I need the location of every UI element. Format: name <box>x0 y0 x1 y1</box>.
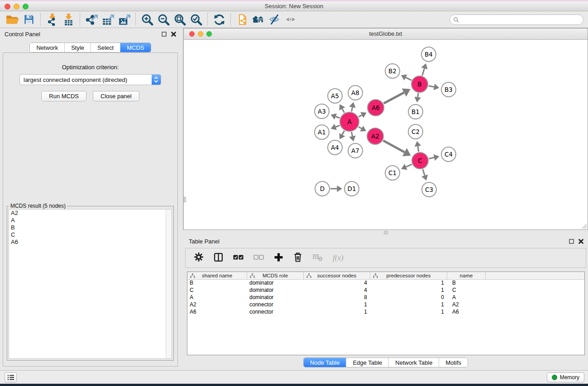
clear-checks-button[interactable] <box>253 254 264 262</box>
show-panels-button[interactable] <box>5 372 17 382</box>
graph-node-A8[interactable]: A8 <box>348 86 363 100</box>
graph-node-A3[interactable]: A3 <box>315 104 329 119</box>
first-neighbors-button[interactable] <box>250 12 267 27</box>
select-all-checks-button[interactable] <box>233 254 244 262</box>
table-row[interactable]: Adominator80A <box>187 294 584 301</box>
graph-node-C[interactable]: C <box>412 152 428 169</box>
svg-text:A5: A5 <box>331 92 339 100</box>
graph-node-A2[interactable]: A2 <box>367 128 383 144</box>
export-image-icon <box>118 14 130 26</box>
graph-node-B2[interactable]: B2 <box>385 64 400 78</box>
split-grip[interactable] <box>184 197 186 202</box>
column-header-MCDS-role[interactable]: MCDS role <box>247 272 304 279</box>
mcds-result-item[interactable]: A2 <box>9 210 172 217</box>
tab-network[interactable]: Network <box>30 43 65 52</box>
close-panel-icon[interactable] <box>171 32 176 37</box>
graph-node-A[interactable]: A <box>340 112 359 131</box>
function-builder: f(x) <box>333 253 344 262</box>
open-file-button[interactable] <box>5 12 21 27</box>
resize-grip-icon[interactable] <box>581 223 587 229</box>
column-browser-button[interactable] <box>214 253 223 264</box>
table-row[interactable]: A2connector11A2 <box>187 301 584 309</box>
table-tab-node-table[interactable]: Node Table <box>304 358 347 367</box>
export-image-button[interactable] <box>116 12 132 27</box>
cell-shared-name: C <box>187 287 247 294</box>
table-row[interactable]: Cdominator41C <box>187 287 584 294</box>
close-table-panel-icon[interactable] <box>578 239 583 244</box>
zoom-in-button[interactable] <box>139 12 155 27</box>
hide-selection-button[interactable] <box>267 12 283 27</box>
memory-label: Memory <box>560 374 579 381</box>
node-table[interactable]: shared nameMCDS rolesuccessor nodesprede… <box>187 272 585 355</box>
divider-grip[interactable] <box>384 231 388 234</box>
graph-node-B4[interactable]: B4 <box>421 47 436 62</box>
close-panel-button[interactable]: Close panel <box>93 91 139 101</box>
mcds-result-item[interactable]: A <box>9 217 172 224</box>
graph-node-A6[interactable]: A6 <box>368 100 384 116</box>
new-network-from-selection-button[interactable] <box>234 12 250 27</box>
tab-mcds[interactable]: MCDS <box>120 43 150 52</box>
column-header-successor-nodes[interactable]: successor nodes <box>304 272 370 279</box>
import-table-button[interactable] <box>60 12 76 27</box>
export-network-button[interactable] <box>83 12 100 27</box>
network-window-titlebar[interactable]: testGlobe.txt <box>184 29 588 40</box>
graph-node-B[interactable]: B <box>411 76 428 92</box>
mcds-result-item[interactable]: C <box>9 231 172 238</box>
export-table-icon <box>102 14 114 26</box>
svg-text:A2: A2 <box>371 133 379 140</box>
result-scrollbar[interactable] <box>166 210 172 358</box>
search-input[interactable] <box>461 17 574 23</box>
run-mcds-button[interactable]: Run MCDS <box>41 91 86 101</box>
mcds-result-item[interactable]: A6 <box>9 238 172 246</box>
column-header-shared-name[interactable]: shared name <box>187 272 247 279</box>
refresh-button[interactable] <box>211 12 227 27</box>
float-table-panel-icon[interactable] <box>569 239 574 244</box>
graph-node-A7[interactable]: A7 <box>348 143 363 158</box>
table-row[interactable]: A6connector11A6 <box>187 309 584 316</box>
delete-entry-button[interactable] <box>293 252 302 264</box>
mcds-result-list[interactable]: A2ABCA6 <box>9 209 172 359</box>
cell-MCDS-role: connector <box>247 301 304 309</box>
graph-node-C2[interactable]: C2 <box>408 124 423 139</box>
float-panel-icon[interactable] <box>162 32 167 37</box>
zoom-selected-button[interactable] <box>188 12 204 27</box>
import-network-button[interactable] <box>44 12 60 27</box>
show-all-button[interactable] <box>283 12 299 27</box>
export-table-button[interactable] <box>100 12 116 27</box>
save-session-button[interactable] <box>21 12 37 27</box>
table-settings-button[interactable] <box>194 252 204 264</box>
zoom-out-button[interactable] <box>155 12 172 27</box>
graph-node-C4[interactable]: C4 <box>441 147 456 162</box>
svg-text:B: B <box>417 81 421 88</box>
memory-button[interactable]: Memory <box>547 372 584 382</box>
tab-style[interactable]: Style <box>65 43 91 52</box>
graph-node-A1[interactable]: A1 <box>315 125 329 139</box>
graph-node-B3[interactable]: B3 <box>441 82 456 97</box>
graph-node-D1[interactable]: D1 <box>344 181 359 196</box>
table-tab-network-table[interactable]: Network Table <box>389 358 439 367</box>
zoom-fit-button[interactable] <box>172 12 188 27</box>
table-tab-motifs[interactable]: Motifs <box>439 358 468 367</box>
horizontal-split-divider[interactable] <box>183 230 588 235</box>
graph-node-D[interactable]: D <box>315 181 330 196</box>
add-entry-button[interactable] <box>274 253 283 264</box>
table-tab-edge-table[interactable]: Edge Table <box>346 358 389 367</box>
svg-text:A: A <box>347 118 352 125</box>
svg-text:C3: C3 <box>425 186 433 193</box>
criterion-dropdown[interactable]: largest connected component (directed) <box>19 74 161 85</box>
mcds-result-title: MCDS result (5 nodes) <box>9 203 67 209</box>
mcds-result-item[interactable]: B <box>9 224 172 231</box>
tab-select[interactable]: Select <box>91 43 120 52</box>
column-header-predecessor-nodes[interactable]: predecessor nodes <box>370 272 447 279</box>
graph-node-C1[interactable]: C1 <box>385 166 400 180</box>
graph-node-B1[interactable]: B1 <box>408 105 423 119</box>
graph-node-C3[interactable]: C3 <box>422 182 436 197</box>
toolbar-separator <box>40 13 41 26</box>
graph-node-A5[interactable]: A5 <box>328 89 342 103</box>
cell-shared-name: B <box>187 280 247 287</box>
graph-node-A4[interactable]: A4 <box>328 140 342 155</box>
table-row[interactable]: Bdominator41B <box>187 280 584 287</box>
column-header-name[interactable]: name <box>447 272 486 279</box>
search-field[interactable] <box>449 14 583 25</box>
network-canvas[interactable]: B4B2BB3B1A8A5A6A3AA1C2A2A4A7C4CC1C3DD1 <box>184 40 588 229</box>
